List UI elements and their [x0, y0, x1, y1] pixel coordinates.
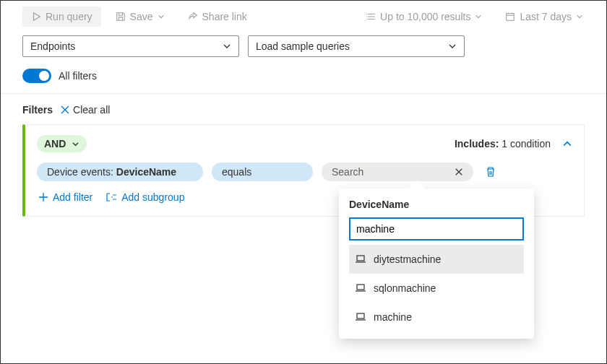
field-pill[interactable]: Device events: DeviceName — [37, 162, 203, 181]
results-limit-button[interactable]: Up to 10,000 results — [357, 6, 491, 27]
share-link-label: Share link — [202, 11, 247, 22]
results-limit-label: Up to 10,000 results — [380, 11, 470, 22]
share-icon — [188, 12, 198, 22]
scope-select-label: Endpoints — [30, 40, 75, 52]
autocomplete-option[interactable]: diytestmachine — [349, 245, 524, 274]
delete-condition-button[interactable] — [482, 163, 499, 181]
laptop-icon — [355, 254, 366, 264]
autocomplete-popup: DeviceName diytestmachine sqlonmachine m… — [339, 188, 534, 339]
clear-all-button[interactable]: Clear all — [60, 104, 110, 116]
chevron-down-icon — [475, 13, 482, 20]
svg-rect-1 — [357, 256, 364, 261]
filters-header: Filters Clear all — [1, 94, 606, 124]
selects-row: Endpoints Load sample queries — [1, 32, 606, 64]
option-label: diytestmachine — [374, 254, 441, 265]
chevron-down-icon — [448, 42, 457, 51]
add-subgroup-button[interactable]: Add subgroup — [106, 191, 184, 203]
run-query-button[interactable]: Run query — [22, 6, 101, 27]
toggle-row: All filters — [1, 64, 606, 94]
autocomplete-option[interactable]: sqlonmachine — [349, 274, 524, 303]
includes-summary: Includes: 1 condition — [455, 138, 572, 150]
run-query-label: Run query — [46, 11, 92, 22]
all-filters-toggle[interactable] — [22, 69, 51, 83]
save-icon — [116, 12, 126, 22]
time-range-label: Last 7 days — [520, 11, 572, 22]
filter-group-header: AND Includes: 1 condition — [37, 135, 572, 152]
add-filter-label: Add filter — [53, 191, 92, 203]
includes-label: Includes: — [455, 138, 499, 150]
field-prefix: Device events: — [47, 166, 113, 178]
save-label: Save — [130, 11, 153, 22]
add-subgroup-label: Add subgroup — [121, 191, 184, 203]
condition-row: Device events: DeviceName equals Search — [37, 162, 572, 181]
filters-title: Filters — [22, 104, 53, 116]
sample-queries-label: Load sample queries — [256, 40, 350, 52]
operator-pill[interactable]: equals — [212, 162, 313, 181]
add-filter-button[interactable]: Add filter — [38, 191, 92, 203]
chevron-down-icon — [576, 13, 583, 20]
calendar-icon — [505, 12, 515, 22]
popup-search-input[interactable] — [349, 217, 524, 240]
option-label: machine — [374, 311, 412, 323]
svg-rect-2 — [357, 285, 364, 290]
option-label: sqlonmachine — [374, 282, 436, 294]
plus-icon — [38, 192, 48, 202]
laptop-icon — [355, 283, 366, 293]
clear-all-label: Clear all — [73, 104, 110, 116]
logic-operator-label: AND — [44, 138, 66, 150]
list-icon — [366, 12, 376, 22]
laptop-icon — [355, 312, 366, 322]
subgroup-icon — [106, 192, 117, 202]
chevron-down-icon — [72, 140, 79, 148]
close-icon — [60, 105, 70, 115]
popup-title: DeviceName — [349, 199, 524, 210]
svg-rect-0 — [507, 14, 515, 21]
chevron-down-icon — [223, 42, 231, 51]
toolbar: Run query Save Share link Up to 10,000 r… — [1, 1, 606, 32]
save-button[interactable]: Save — [107, 6, 173, 27]
includes-value: 1 condition — [501, 138, 551, 150]
all-filters-label: All filters — [59, 70, 97, 82]
play-icon — [31, 12, 41, 22]
share-link-button[interactable]: Share link — [179, 6, 256, 27]
logic-operator-chip[interactable]: AND — [37, 135, 87, 152]
value-search-pill[interactable]: Search — [322, 162, 473, 181]
autocomplete-option[interactable]: machine — [349, 303, 524, 332]
svg-rect-3 — [357, 313, 364, 318]
chevron-up-icon[interactable] — [562, 139, 572, 149]
search-placeholder: Search — [332, 166, 363, 178]
scope-select[interactable]: Endpoints — [22, 35, 239, 57]
sample-queries-select[interactable]: Load sample queries — [248, 35, 465, 57]
operator-label: equals — [222, 166, 251, 178]
time-range-button[interactable]: Last 7 days — [496, 6, 592, 27]
trash-icon — [485, 166, 496, 178]
chevron-down-icon — [158, 13, 165, 20]
close-icon[interactable] — [455, 168, 463, 176]
field-name: DeviceName — [116, 166, 176, 178]
